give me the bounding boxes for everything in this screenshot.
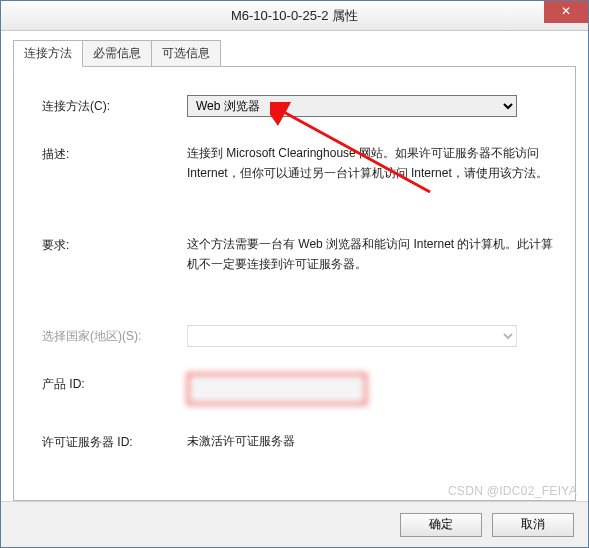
dialog-footer: 确定 取消: [1, 501, 588, 547]
value-server-id: 未激活许可证服务器: [187, 431, 555, 451]
content-area: 连接方法 必需信息 可选信息 连接方法(C): Web 浏览器 描述: 连接到 …: [1, 31, 588, 501]
tab-connection-method[interactable]: 连接方法: [13, 40, 83, 67]
tab-required-info[interactable]: 必需信息: [82, 40, 152, 67]
titlebar: M6-10-10-0-25-2 属性 ✕: [1, 1, 588, 31]
row-server-id: 许可证服务器 ID: 未激活许可证服务器: [42, 431, 555, 451]
row-method: 连接方法(C): Web 浏览器: [42, 95, 555, 117]
row-description: 描述: 连接到 Microsoft Clearinghouse 网站。如果许可证…: [42, 143, 555, 184]
label-description: 描述:: [42, 143, 187, 163]
row-product-id: 产品 ID: XXXXX-XXXXX-XXXXX: [42, 373, 555, 405]
tab-optional-info[interactable]: 可选信息: [151, 40, 221, 67]
value-requirement: 这个方法需要一台有 Web 浏览器和能访问 Internet 的计算机。此计算机…: [187, 234, 555, 275]
tab-strip: 连接方法 必需信息 可选信息: [13, 40, 576, 67]
window-title: M6-10-10-0-25-2 属性: [231, 7, 358, 25]
value-product-id: XXXXX-XXXXX-XXXXX: [187, 373, 367, 405]
label-method: 连接方法(C):: [42, 95, 187, 115]
dialog-window: M6-10-10-0-25-2 属性 ✕ 连接方法 必需信息 可选信息 连接方法…: [0, 0, 589, 548]
row-country: 选择国家(地区)(S):: [42, 325, 555, 347]
close-button[interactable]: ✕: [544, 1, 588, 23]
row-requirement: 要求: 这个方法需要一台有 Web 浏览器和能访问 Internet 的计算机。…: [42, 234, 555, 275]
label-country: 选择国家(地区)(S):: [42, 325, 187, 345]
country-select: [187, 325, 517, 347]
label-requirement: 要求:: [42, 234, 187, 254]
label-server-id: 许可证服务器 ID:: [42, 431, 187, 451]
label-product-id: 产品 ID:: [42, 373, 187, 393]
value-description: 连接到 Microsoft Clearinghouse 网站。如果许可证服务器不…: [187, 143, 555, 184]
tab-panel: 连接方法(C): Web 浏览器 描述: 连接到 Microsoft Clear…: [13, 66, 576, 501]
close-icon: ✕: [561, 5, 571, 17]
cancel-button[interactable]: 取消: [492, 513, 574, 537]
ok-button[interactable]: 确定: [400, 513, 482, 537]
method-select[interactable]: Web 浏览器: [187, 95, 517, 117]
